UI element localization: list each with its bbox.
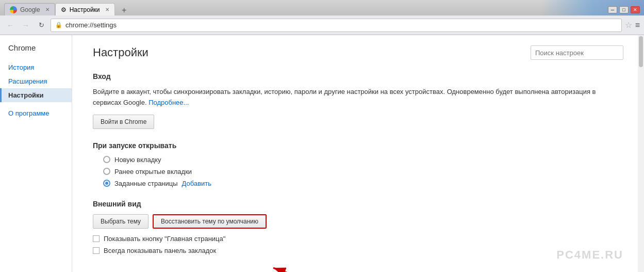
arrow-annotation (263, 260, 315, 272)
svg-line-1 (273, 268, 309, 272)
refresh-button[interactable]: ↻ (35, 19, 47, 31)
signin-learn-more[interactable]: Подробнее... (148, 99, 189, 106)
title-bar: Google ✕ ⚙ Настройки ✕ + ─ □ ✕ (0, 0, 644, 15)
arrow-svg (263, 260, 315, 272)
tab-settings-close[interactable]: ✕ (105, 7, 109, 12)
show-home-row: Показывать кнопку "Главная страница" (93, 235, 623, 243)
startup-section: При запуске открывать Новую вкладку Ране… (93, 141, 623, 187)
content-area: Настройки Вход Войдите в аккаунт, чтобы … (72, 35, 644, 272)
signin-button[interactable]: Войти в Chrome (93, 115, 154, 129)
appearance-title: Внешний вид (93, 200, 623, 208)
sidebar-item-history[interactable]: История (0, 60, 72, 74)
show-bookmarks-checkbox[interactable] (93, 247, 100, 254)
forward-button[interactable]: → (20, 19, 32, 31)
window-controls: ─ □ ✕ (608, 6, 640, 13)
address-bar: ← → ↻ 🔒 chrome://settings ☆ ≡ (0, 15, 644, 35)
scrollbar[interactable] (638, 35, 644, 272)
browser-window: Google ✕ ⚙ Настройки ✕ + ─ □ ✕ ← → ↻ 🔒 c… (0, 0, 644, 272)
address-text: chrome://settings (65, 21, 617, 29)
address-bar-input[interactable]: 🔒 chrome://settings (51, 19, 622, 32)
signin-title: Вход (93, 72, 623, 81)
show-bookmarks-row: Всегда показывать панель закладок (93, 247, 623, 254)
tab-google-label: Google (20, 6, 40, 13)
main-layout: Chrome История Расширения Настройки О пр… (0, 35, 644, 272)
radio-prev-tabs[interactable] (103, 168, 110, 175)
show-home-label: Показывать кнопку "Главная страница" (104, 235, 225, 243)
startup-title: При запуске открывать (93, 141, 623, 150)
signin-description: Войдите в аккаунт, чтобы синхронизироват… (93, 87, 623, 108)
tab-google[interactable]: Google ✕ (4, 3, 55, 15)
radio-new-tab[interactable] (103, 156, 110, 163)
appearance-buttons: Выбрать тему Восстановить тему по умолча… (93, 214, 623, 229)
scrollbar-thumb[interactable] (639, 36, 643, 67)
radio-pages[interactable] (103, 180, 110, 187)
sidebar-item-extensions[interactable]: Расширения (0, 74, 72, 88)
bookmark-star[interactable]: ☆ (625, 20, 632, 30)
show-home-checkbox[interactable] (93, 235, 100, 242)
close-button[interactable]: ✕ (631, 6, 640, 13)
sidebar-divider (0, 102, 72, 106)
tab-settings-label: Настройки (70, 6, 100, 13)
search-settings-input[interactable] (531, 45, 623, 60)
choose-theme-button[interactable]: Выбрать тему (93, 214, 148, 229)
tab-settings[interactable]: ⚙ Настройки ✕ (55, 3, 115, 15)
page-icon: 🔒 (55, 22, 62, 28)
startup-option-prev-tabs: Ранее открытые вкладки (93, 168, 623, 175)
back-button[interactable]: ← (4, 19, 16, 31)
sidebar-item-settings[interactable]: Настройки (0, 88, 72, 102)
settings-favicon: ⚙ (61, 6, 67, 13)
tab-google-close[interactable]: ✕ (45, 7, 49, 12)
show-bookmarks-label: Всегда показывать панель закладок (104, 247, 216, 254)
watermark: PC4ME.RU (556, 248, 623, 262)
startup-add-pages-link[interactable]: Добавить (182, 180, 211, 187)
startup-label-pages: Заданные страницы (114, 180, 178, 187)
startup-option-pages: Заданные страницы Добавить (93, 180, 623, 187)
signin-section: Вход Войдите в аккаунт, чтобы синхронизи… (93, 72, 623, 129)
google-favicon (10, 6, 17, 13)
page-title: Настройки (93, 46, 148, 59)
sidebar-title: Chrome (0, 43, 72, 60)
sidebar: Chrome История Расширения Настройки О пр… (0, 35, 72, 272)
maximize-button[interactable]: □ (619, 6, 629, 13)
startup-label-new-tab: Новую вкладку (114, 156, 161, 164)
chrome-menu-button[interactable]: ≡ (635, 21, 640, 30)
startup-option-new-tab: Новую вкладку (93, 156, 623, 164)
restore-theme-button[interactable]: Восстановить тему по умолчанию (153, 214, 267, 229)
appearance-section: Внешний вид Выбрать тему Восстановить те… (93, 200, 623, 254)
sidebar-item-about[interactable]: О программе (0, 106, 72, 120)
page-title-row: Настройки (93, 45, 623, 60)
new-tab-button[interactable]: + (117, 5, 131, 15)
startup-label-prev-tabs: Ранее открытые вкладки (114, 168, 192, 175)
minimize-button[interactable]: ─ (608, 6, 617, 13)
